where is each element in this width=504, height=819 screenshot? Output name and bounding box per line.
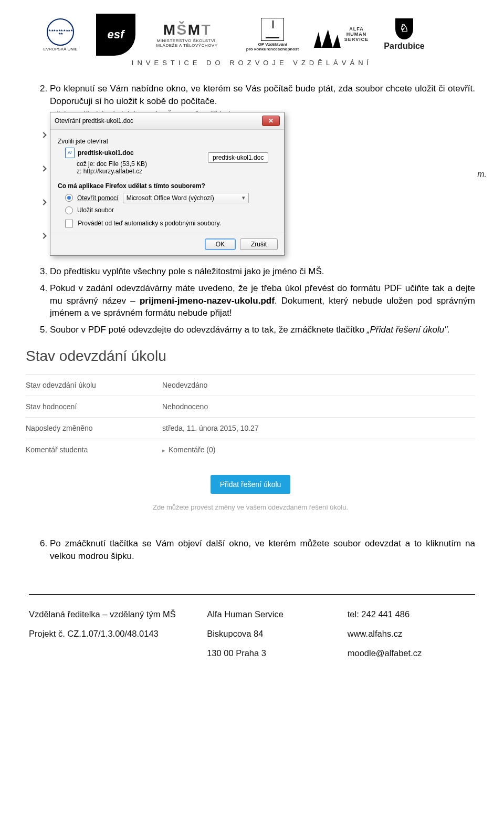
bg-bullets — [41, 133, 46, 238]
status-value: Nehodnoceno — [162, 402, 475, 411]
instruction-4b: prijmeni-jmeno-nazev-ukolu.pdf — [140, 296, 275, 306]
msmt-mark-icon: MŠMT — [163, 22, 211, 38]
cancel-button[interactable]: Zrušit — [240, 239, 278, 250]
msmt-line1: MINISTERSTVO ŠKOLSTVÍ, — [157, 38, 217, 43]
status-value[interactable]: ▸Komentáře (0) — [162, 445, 475, 454]
status-label: Stav hodnocení — [26, 402, 162, 411]
footer-blank — [29, 648, 202, 658]
comments-value: Komentáře (0) — [169, 445, 215, 454]
status-value: Neodevzdáno — [162, 381, 475, 389]
filename-tooltip: predtisk-ukol1.doc — [208, 152, 268, 163]
instruction-4: Pokud v zadání odevzdávárny máte uvedeno… — [50, 282, 475, 319]
doc-file-icon: W — [65, 148, 75, 158]
status-label: Stav odevzdání úkolu — [26, 381, 162, 389]
dialog-chose-label: Zvolili jste otevírat — [58, 138, 277, 145]
footer-street: Biskupcova 84 — [207, 629, 342, 639]
instruction-6: Po zmáčknutí tlačítka se Vám objeví dalš… — [50, 537, 475, 563]
chevron-right-icon — [40, 199, 46, 205]
firefox-open-dialog: Otevírání predtisk-ukol1.doc ✕ Zvolili j… — [50, 112, 285, 256]
disclosure-triangle-icon[interactable]: ▸ — [162, 447, 165, 454]
logo-pardubice: Pardubice — [373, 14, 436, 56]
ahs-figure-icon — [311, 22, 342, 48]
logo-ahs: ALFA HUMAN SERVICE — [311, 14, 369, 56]
radio-save-file[interactable] — [65, 206, 73, 214]
instructions-list-6: Po zmáčknutí tlačítka se Vám objeví dalš… — [29, 537, 475, 563]
close-icon[interactable]: ✕ — [262, 116, 280, 126]
dialog-question: Co má aplikace Firefox udělat s tímto so… — [58, 182, 277, 190]
msmt-line2: MLÁDEŽE A TĚLOVÝCHOVY — [156, 43, 217, 48]
op-box-icon — [261, 18, 284, 41]
moodle-status-screenshot: Stav odevzdání úkolu Stav odevzdání úkol… — [26, 348, 475, 511]
dialog-title-text: Otevírání predtisk-ukol1.doc — [55, 117, 133, 125]
dialog-titlebar: Otevírání predtisk-ukol1.doc ✕ — [50, 112, 284, 130]
logo-msmt: MŠMT MINISTERSTVO ŠKOLSTVÍ, MLÁDEŽE A TĚ… — [140, 14, 234, 56]
save-file-label: Uložit soubor — [77, 206, 114, 214]
footer-city: 130 00 Praha 3 — [207, 648, 342, 658]
dialog-source: z: http://kurzy.alfabet.cz — [77, 168, 277, 175]
instruction-5a: Soubor v PDF poté odevzdejte do odevzdáv… — [50, 325, 367, 335]
footer-phone: tel: 242 441 486 — [348, 609, 475, 619]
download-dialog-screenshot: otřebu v dětském kolektivu své MŠ? Uveďt… — [50, 112, 475, 256]
chevron-right-icon — [40, 165, 46, 171]
op-line1: OP Vzdělávání — [258, 42, 287, 47]
instructions-list: Po klepnutí se Vám nabídne okno, ve kter… — [29, 82, 475, 108]
dialog-filename: predtisk-ukol1.doc — [78, 149, 134, 157]
ok-button[interactable]: OK — [205, 239, 236, 250]
status-row-comments: Komentář studenta ▸Komentáře (0) — [26, 439, 475, 460]
chevron-right-icon — [40, 233, 46, 239]
investice-tagline: INVESTICE DO ROZVOJE VZDĚLÁVÁNÍ — [29, 59, 475, 67]
footer-rule — [29, 594, 475, 595]
logo-op: OP Vzdělávání pro konkurenceschopnost — [238, 14, 307, 56]
logo-eu: EVROPSKÁ UNIE — [29, 14, 92, 56]
logo-esf-label: esf — [108, 28, 124, 42]
open-with-combo[interactable]: Microsoft Office Word (výchozí) — [123, 193, 249, 203]
chevron-right-icon — [40, 132, 46, 138]
footer-project-name: Vzdělaná ředitelka – vzdělaný tým MŠ — [29, 609, 202, 619]
eu-stars-icon — [47, 18, 74, 46]
moodle-heading: Stav odevzdání úkolu — [26, 348, 475, 365]
pardubice-shield-icon — [395, 18, 413, 39]
instruction-3: Do předtisku vyplňte všechny pole s nále… — [50, 265, 475, 278]
status-row-lastmodified: Naposledy změněno středa, 11. února 2015… — [26, 417, 475, 439]
ahs-line3: SERVICE — [344, 37, 369, 43]
footer-project-num: Projekt č. CZ.1.07/1.3.00/48.0143 — [29, 629, 202, 639]
status-label: Naposledy změněno — [26, 424, 162, 432]
header-logo-row: EVROPSKÁ UNIE esf MŠMT MINISTERSTVO ŠKOL… — [29, 14, 475, 56]
status-label: Komentář studenta — [26, 445, 162, 454]
instructions-list-cont: Do předtisku vyplňte všechny pole s nále… — [29, 265, 475, 336]
radio-open-with[interactable] — [65, 194, 73, 202]
pardubice-label: Pardubice — [384, 42, 424, 51]
op-line2: pro konkurenceschopnost — [246, 47, 299, 51]
moodle-hint: Zde můžete provést změny ve vašem odevzd… — [26, 503, 475, 511]
status-row-submission: Stav odevzdání úkolu Neodevzdáno — [26, 374, 475, 396]
status-value: středa, 11. února 2015, 10.27 — [162, 424, 475, 432]
right-text-fragment: m. — [477, 170, 487, 179]
checkbox-auto[interactable] — [65, 220, 73, 227]
footer-email: moodle@alfabet.cz — [348, 648, 475, 658]
footer-web: www.alfahs.cz — [348, 629, 475, 639]
open-with-label: Otevřít pomocí — [77, 194, 119, 202]
status-row-grading: Stav hodnocení Nehodnoceno — [26, 396, 475, 417]
instruction-2: Po klepnutí se Vám nabídne okno, ve kter… — [50, 82, 475, 108]
auto-label: Provádět od teď automaticky s podobnými … — [78, 220, 221, 227]
footer-org: Alfa Human Service — [207, 609, 342, 619]
logo-esf: esf — [96, 14, 135, 56]
instruction-5b: „Přidat řešení úkolu". — [367, 325, 450, 335]
page-footer: Vzdělaná ředitelka – vzdělaný tým MŠ Alf… — [29, 609, 475, 658]
add-solution-button[interactable]: Přidat řešení úkolu — [211, 475, 291, 494]
instruction-5: Soubor v PDF poté odevzdejte do odevzdáv… — [50, 324, 475, 336]
logo-eu-label: EVROPSKÁ UNIE — [43, 47, 77, 51]
